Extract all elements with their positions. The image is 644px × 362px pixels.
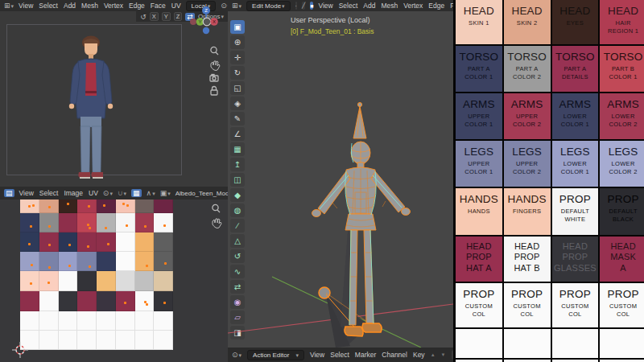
menu-item-image[interactable]: Image [64,189,83,197]
menu-item-mesh[interactable]: Mesh [81,2,98,10]
uv-vertex-dot[interactable] [89,265,91,268]
menu-item-vertex[interactable]: Vertex [403,2,423,10]
uv-vertex-dot[interactable] [32,204,35,207]
uv-vertex-dot[interactable] [88,205,90,208]
uv-vertex-dot[interactable] [87,245,89,248]
menu-item-add[interactable]: Add [363,2,375,10]
legend-cell-title: ARMS [559,98,591,110]
edge-select-icon[interactable]: ╱ [302,2,305,10]
uv-vertex-dot[interactable] [67,203,69,205]
menu-item-mesh[interactable]: Mesh [381,2,398,10]
menu-item-key[interactable]: Key [413,351,425,359]
viewport-edit-mode[interactable]: ⊞▾ Edit Mode▾ · ╱ ■ ViewSelectAddMeshVer… [228,0,453,362]
face-select-icon[interactable]: ■ [310,2,313,10]
texture-swatch-r5-c5 [97,271,116,291]
menu-item-select[interactable]: Select [39,2,58,10]
editor-type-icon[interactable]: ⊞▾ [4,2,14,10]
uv-vertex-dot[interactable] [105,227,107,229]
uv-vertex-dot[interactable] [103,204,105,207]
legend-cell-r1-c4: HEADHAIRREGION 1 [600,0,644,44]
mirror-icon[interactable]: ↺ [140,13,147,21]
uv-vertex-dot[interactable] [30,282,32,285]
legend-cell-subtitle: A [620,262,626,274]
uv-vertex-dot[interactable] [163,224,166,227]
uv-image-editor[interactable]: ▤ ViewSelectImageUV ⊙▾ ∪▾ ▦ ∧▾ ▣▾ Albedo… [0,187,228,362]
legend-cell-subtitle: PROP [466,251,492,262]
palette-texture-image[interactable] [20,200,173,350]
menu-item-view[interactable]: View [19,2,33,10]
texture-swatch-r7-c7 [135,311,155,331]
uv-vertex-dot[interactable] [48,266,51,269]
mirror-x-toggle[interactable]: X [150,12,159,21]
editor-type-icon[interactable]: ⊞▾ [232,2,242,10]
uv-vertex-dot[interactable] [28,205,31,208]
uv-vertex-dot[interactable] [122,203,125,205]
uv-vertex-dot[interactable] [107,243,109,245]
magnet-icon[interactable]: ∪▾ [118,189,126,197]
uv-vertex-dot[interactable] [89,227,91,229]
uv-vertex-dot[interactable] [146,303,148,306]
menu-item-edge[interactable]: Edge [428,2,444,10]
uv-vertex-dot[interactable] [48,244,51,246]
pivot-icon[interactable]: ⊙▾ [103,189,113,197]
navigation-gizmo[interactable]: Z Y X [188,3,225,40]
uv-vertex-dot[interactable] [68,265,71,267]
falloff-icon[interactable]: ∧▾ [147,189,155,197]
menu-item-select[interactable]: Select [39,189,59,197]
texture-swatch-r8-c4 [77,331,97,350]
image-filename[interactable]: Albedo_Teen_Mod_01-01.png [175,190,228,197]
browse-image-icon[interactable]: ▣▾ [160,189,171,197]
snap-icon[interactable]: ▦ [131,189,142,197]
image-editor-side-icons[interactable] [209,203,222,235]
menu-item-select[interactable]: Select [339,2,358,10]
mirror-z-toggle[interactable]: Z [174,12,183,21]
dope-sheet-editor-icon[interactable]: ⊙▾ [232,351,242,359]
vertex-select-icon[interactable]: · [295,2,297,10]
menu-item-uv[interactable]: UV [171,2,181,10]
uv-vertex-dot[interactable] [28,243,31,245]
uv-vertex-dot[interactable] [124,302,126,304]
menu-item-channel[interactable]: Channel [382,351,407,359]
uv-vertex-dot[interactable] [126,224,128,227]
action-editor-mode-dropdown[interactable]: Action Editor▾ [247,350,304,360]
uv-vertex-dot[interactable] [48,225,51,228]
uv-vertex-dot[interactable] [31,264,33,266]
menu-item-uv[interactable]: UV [89,189,98,197]
uv-vertex-dot[interactable] [126,204,129,207]
menu-item-add[interactable]: Add [64,2,76,10]
uv-vertex-dot[interactable] [164,262,167,265]
texture-swatch-r1-c8 [154,200,173,213]
legend-cell-r2-c3: TORSOPART ADETAILS [552,46,599,92]
character-shaded [0,22,228,187]
legend-cell-title: HEAD [608,5,638,17]
menu-item-marker[interactable]: Marker [355,351,376,359]
layer-up-icon[interactable]: ▲ [431,352,436,357]
menu-item-select[interactable]: Select [330,351,349,359]
menu-item-edge[interactable]: Edge [129,2,145,10]
viewport-a-side-icons[interactable] [208,45,221,98]
legend-cell-subtitle: COLOR 1 [561,168,589,176]
menu-item-face[interactable]: Face [151,2,166,10]
uv-vertex-dot[interactable] [30,225,32,228]
layer-down-icon[interactable]: ▼ [441,352,446,357]
texture-swatch-r3-c1 [20,232,39,252]
uv-vertex-dot[interactable] [87,224,89,226]
texture-swatch-r3-c6 [116,232,135,252]
uv-vertex-dot[interactable] [144,225,147,228]
uv-vertex-dot[interactable] [68,244,71,246]
texture-swatch-r2-c7 [135,213,155,232]
menu-item-view[interactable]: View [19,189,34,197]
menu-item-vertex[interactable]: Vertex [104,2,123,10]
uv-vertex-dot[interactable] [146,265,148,267]
viewport-shaded[interactable]: ⊞▾ ViewSelectAddMeshVertexEdgeFaceUV Loc… [0,0,228,187]
menu-item-view[interactable]: View [310,351,324,359]
uv-vertex-dot[interactable] [48,206,51,208]
menu-item-view[interactable]: View [318,2,332,10]
image-editor-type-icon[interactable]: ▤ [4,189,14,197]
legend-cell-r5-c2: HANDSFINGERS [504,188,551,235]
uv-vertex-dot[interactable] [47,282,50,284]
texture-swatch-r8-c5 [97,331,116,350]
mode-dropdown[interactable]: Edit Mode▾ [246,1,291,11]
uv-vertex-dot[interactable] [163,302,166,304]
mirror-y-toggle[interactable]: Y [162,12,171,21]
